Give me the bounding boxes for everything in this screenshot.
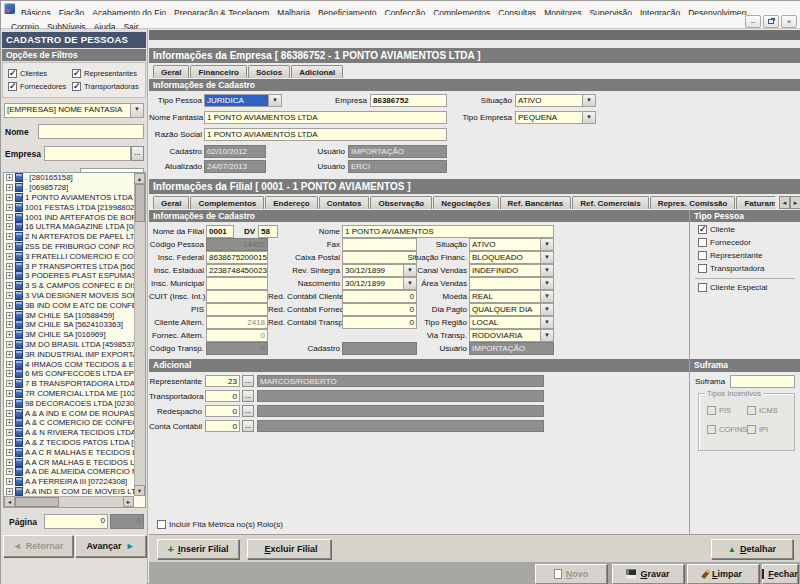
retornar-button[interactable]: ◄ Retornar <box>3 535 73 557</box>
expand-icon[interactable]: + <box>6 204 13 211</box>
tipo-pessoa-checkbox[interactable]: ✓ Fornecedor <box>698 238 764 247</box>
fita-metrica-checkbox[interactable]: ✓ Incluir Fita Métrica no(s) Rolo(s) <box>157 520 283 529</box>
checkbox-icon[interactable]: ✓ <box>157 520 166 529</box>
excluir-filial-button[interactable]: Excluir Filial <box>247 539 331 559</box>
menu-item[interactable]: Sair <box>119 21 142 29</box>
expand-icon[interactable]: + <box>6 214 13 221</box>
tree-item[interactable]: + . [280165158] <box>4 173 134 183</box>
filial-tab[interactable]: Negociações <box>433 196 498 209</box>
tree-item[interactable]: + A A CR MALHAS E TECIDOS LTDA <box>4 457 134 467</box>
expand-icon[interactable]: + <box>6 468 13 475</box>
filial-tab[interactable]: Complementos <box>190 196 264 209</box>
tree-item[interactable]: + 3M CHILE SA [016969] <box>4 330 134 340</box>
expand-icon[interactable]: + <box>6 370 13 377</box>
checkbox-icon[interactable]: ✓ <box>8 69 17 78</box>
tree-item[interactable]: + 3M DO BRASIL LTDA [45985371] <box>4 340 134 350</box>
cliente-altern-field[interactable]: 2418 <box>206 316 268 329</box>
tree-item[interactable]: + 2 N ARTEFATOS DE PAPEL LTDA <box>4 232 134 242</box>
tree-item[interactable]: + A & C COMERCIO DE CONFEC LT <box>4 418 134 428</box>
chevron-down-icon[interactable]: ▼ <box>540 239 553 250</box>
expand-icon[interactable]: + <box>6 419 13 426</box>
tree-item[interactable]: + A A C R MALHAS E TECIDOS LTDA <box>4 447 134 457</box>
tree-horizontal-scrollbar[interactable]: ◄ ► <box>4 496 134 507</box>
expand-icon[interactable]: + <box>6 292 13 299</box>
scrollbar-thumb[interactable] <box>15 497 59 507</box>
menu-item[interactable]: Monitores <box>540 7 585 15</box>
checkbox-icon[interactable]: ✓ <box>72 82 81 91</box>
filial-tab[interactable]: Contatos <box>319 196 370 209</box>
checkbox-icon[interactable]: ✓ <box>72 69 81 78</box>
fechar-button[interactable]: Fechar <box>762 564 798 584</box>
tab-scroll-left-icon[interactable]: ◄ <box>779 196 790 209</box>
tree-item[interactable]: + 7 B TRANSPORTADORA LTDA [20 <box>4 379 134 389</box>
cuit-field[interactable] <box>206 290 268 303</box>
tipo-pessoa-checkbox[interactable]: ✓ Transportadora <box>698 264 764 273</box>
nome-input[interactable] <box>38 124 144 139</box>
nome-fantasia-field[interactable]: 1 PONTO AVIAMENTOS LTDA <box>204 111 447 124</box>
expand-icon[interactable]: + <box>6 361 13 368</box>
menu-item[interactable]: Correio <box>7 21 43 29</box>
checkbox-icon[interactable]: ✓ <box>698 225 707 234</box>
tipo-pessoa-checkbox[interactable]: ✓ Representante <box>698 251 764 260</box>
tipo-regiao-select[interactable]: LOCAL ▼ <box>469 316 554 329</box>
cliente-especial-checkbox[interactable]: ✓ Cliente Especial <box>698 283 767 292</box>
expand-icon[interactable]: + <box>6 380 13 387</box>
tree-vertical-scrollbar[interactable]: ▲ ▼ <box>134 173 145 496</box>
chevron-down-icon[interactable]: ▼ <box>268 95 281 106</box>
tree-item[interactable]: + 3B IND COM E ATC DE CONFEC LT <box>4 300 134 310</box>
via-transp-select[interactable]: RODOVIARIA ▼ <box>469 329 554 342</box>
filter-checkbox[interactable]: ✓ Representantes <box>72 69 148 78</box>
checkbox-icon[interactable]: ✓ <box>698 283 707 292</box>
filial-tab[interactable]: Repres. Comissão <box>650 196 736 209</box>
menu-item[interactable]: Acabamento do Fio <box>88 7 170 15</box>
tree-item[interactable]: + 6 MS CONFECCOES LTDA EPP [04 <box>4 369 134 379</box>
expand-icon[interactable]: + <box>6 449 13 456</box>
tipo-pessoa-checkbox[interactable]: ✓ Cliente <box>698 225 764 234</box>
menu-item[interactable]: Ajuda <box>90 21 120 29</box>
tree-item[interactable]: + . [06985728] <box>4 183 134 193</box>
insc-estadual-field[interactable]: 2238748450023 <box>206 264 268 277</box>
tree-item[interactable]: + 3M CHILE SA [10588459] <box>4 310 134 320</box>
chevron-down-icon[interactable]: ▼ <box>582 95 595 106</box>
tree-item[interactable]: + 3 PODERES PLAST ESPUMAS COL <box>4 271 134 281</box>
expand-icon[interactable]: + <box>6 174 13 181</box>
chevron-down-icon[interactable]: ▼ <box>540 252 553 263</box>
scroll-right-icon[interactable]: ► <box>123 496 134 507</box>
nome-filial-field[interactable]: 0001 <box>206 225 234 238</box>
checkbox-icon[interactable]: ✓ <box>698 264 707 273</box>
menu-item[interactable]: Consultas <box>494 7 540 15</box>
canal-vendas-select[interactable]: INDEFINIDO ▼ <box>469 264 554 277</box>
empresa-tab[interactable]: Geral <box>153 65 189 78</box>
gravar-button[interactable]: Gravar <box>612 564 684 584</box>
menu-item[interactable]: Fiação <box>55 7 89 15</box>
insc-federal-field[interactable]: 86386752000158 <box>206 251 268 264</box>
situacao-financ-select[interactable]: BLOQUEADO ▼ <box>469 251 554 264</box>
filial-tab[interactable]: Ref. Comerciais <box>572 196 648 209</box>
filter-checkbox[interactable]: ✓ Fornecedores <box>8 82 72 91</box>
adicional-code-input[interactable]: 0 <box>205 405 240 417</box>
avancar-button[interactable]: Avançar ► <box>75 535 146 557</box>
menu-item[interactable]: Confecção <box>381 7 430 15</box>
menu-item[interactable]: Supervisão <box>585 7 636 15</box>
expand-icon[interactable]: + <box>6 478 13 485</box>
expand-icon[interactable]: + <box>6 390 13 397</box>
scroll-left-icon[interactable]: ◄ <box>4 496 15 507</box>
expand-icon[interactable]: + <box>6 410 13 417</box>
expand-icon[interactable]: + <box>6 341 13 348</box>
novo-button[interactable]: Novo <box>535 564 607 584</box>
expand-icon[interactable]: + <box>6 223 13 230</box>
expand-icon[interactable]: + <box>6 302 13 309</box>
lookup-button[interactable]: ... <box>242 405 254 417</box>
adicional-code-input[interactable]: 23 <box>205 375 240 387</box>
menu-item[interactable]: Básicos <box>17 7 55 15</box>
filial-tab[interactable]: Observação <box>370 196 432 209</box>
empresa-input[interactable] <box>44 146 131 161</box>
chevron-down-icon[interactable]: ▼ <box>540 317 553 328</box>
suframa-input[interactable] <box>730 375 795 388</box>
tree-item[interactable]: + A & N RIVIERA TECIDOS LTDA EP <box>4 428 134 438</box>
menu-item[interactable]: Integração <box>636 7 684 15</box>
tree-item[interactable]: + A & A IND E COM DE ROUPAS LTD <box>4 408 134 418</box>
empresa-tab[interactable]: Adicional <box>291 65 343 78</box>
lookup-button[interactable]: ... <box>242 420 254 432</box>
checkbox-icon[interactable]: ✓ <box>8 82 17 91</box>
